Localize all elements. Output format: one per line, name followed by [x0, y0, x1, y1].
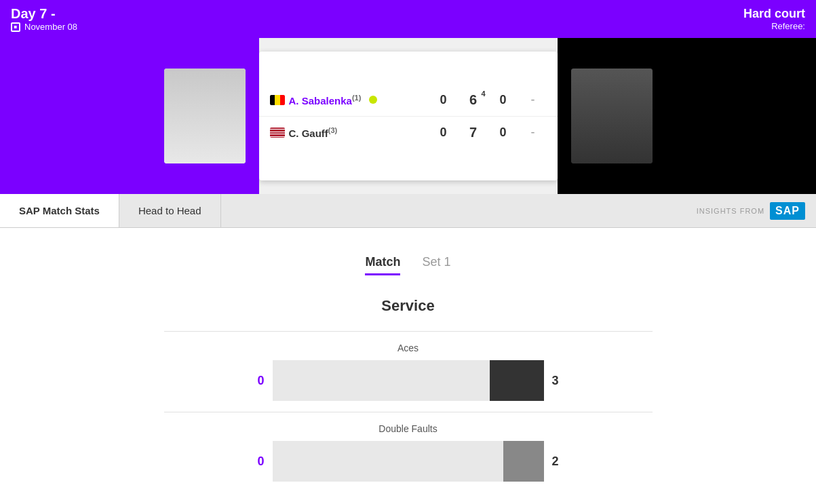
player1-game2: 0	[490, 93, 517, 107]
tab-match[interactable]: Match	[365, 255, 400, 275]
player-right-silhouette	[571, 69, 653, 163]
stats-section: Service Aces 0 3 Double Faults 0	[137, 297, 680, 482]
player1-dash: -	[520, 93, 547, 107]
player1-game1: 0	[430, 93, 457, 107]
aces-bar-left	[273, 360, 490, 401]
player-right-photo	[571, 69, 653, 163]
df-bar	[273, 441, 544, 482]
player2-flag	[270, 128, 285, 138]
df-bar-left	[273, 441, 503, 482]
double-faults-stat: Double Faults 0 2	[164, 423, 653, 482]
day-title: Day 7 -	[11, 6, 77, 22]
player-left-silhouette	[164, 69, 246, 163]
player1-initial: A.	[289, 95, 299, 106]
header-left: Day 7 - ■ November 08	[11, 6, 77, 32]
player1-seed: (1)	[352, 94, 361, 102]
aces-bar-row: 0 3	[164, 360, 653, 401]
df-right-value: 2	[552, 454, 579, 469]
player1-set1: 64	[460, 92, 487, 108]
score-card: A. Sabalenka(1) 0 64 0 - C. Gauff(3)	[259, 52, 558, 180]
player2-set1: 7	[460, 125, 487, 140]
calendar-icon: ■	[11, 22, 20, 32]
aces-bar	[273, 360, 544, 401]
player2-lastname: Gauff	[302, 128, 328, 139]
player2-game1: 0	[430, 125, 457, 140]
header-date: November 08	[24, 22, 77, 32]
sap-logo-area: INSIGHTS FROM SAP	[697, 194, 816, 227]
aces-bar-right	[490, 360, 544, 401]
aces-label: Aces	[164, 343, 653, 353]
df-divider	[164, 412, 653, 412]
main-content: Match Set 1 Service Aces 0 3	[0, 228, 816, 504]
player2-scores: 0 7 0 -	[430, 125, 547, 140]
player1-row: A. Sabalenka(1) 0 64 0 -	[259, 84, 558, 117]
date-row: ■ November 08	[11, 22, 77, 32]
header-right: Hard court Referee:	[743, 7, 805, 31]
tab-sap-match-stats[interactable]: SAP Match Stats	[0, 194, 119, 227]
player-left-background	[0, 38, 259, 194]
insights-label: INSIGHTS FROM	[697, 207, 764, 215]
header: Day 7 - ■ November 08 Hard court Referee…	[0, 0, 816, 38]
df-bar-container	[273, 441, 544, 482]
match-area: A. Sabalenka(1) 0 64 0 - C. Gauff(3)	[0, 38, 816, 194]
aces-left-value: 0	[237, 374, 265, 388]
df-label: Double Faults	[164, 423, 653, 434]
match-tabs: Match Set 1	[0, 241, 816, 275]
court-type: Hard court	[743, 7, 805, 21]
referee-label: Referee:	[743, 21, 805, 31]
player1-name-area: A. Sabalenka(1)	[270, 94, 430, 106]
player2-name: C. Gauff(3)	[289, 126, 338, 139]
player2-game2: 0	[490, 125, 517, 140]
tabs-nav: SAP Match Stats Head to Head INSIGHTS FR…	[0, 194, 816, 228]
player2-seed: (3)	[328, 126, 337, 134]
player2-name-area: C. Gauff(3)	[270, 126, 430, 139]
player2-dash: -	[520, 125, 547, 140]
aces-stat: Aces 0 3	[164, 343, 653, 401]
tab-head-to-head[interactable]: Head to Head	[119, 194, 221, 227]
df-bar-right	[503, 441, 544, 482]
player1-scores: 0 64 0 -	[430, 92, 547, 108]
df-left-value: 0	[237, 454, 265, 469]
serving-indicator	[369, 96, 377, 104]
player2-initial: C.	[289, 128, 299, 139]
aces-divider	[164, 331, 653, 332]
aces-bar-container	[273, 360, 544, 401]
player1-flag	[270, 95, 285, 105]
player1-name: A. Sabalenka(1)	[289, 94, 362, 106]
sap-logo: SAP	[770, 202, 805, 220]
player2-row: C. Gauff(3) 0 7 0 -	[259, 117, 558, 149]
player-right-background	[558, 38, 817, 194]
player1-lastname: Sabalenka	[302, 95, 352, 106]
aces-right-value: 3	[552, 374, 579, 388]
tab-set1[interactable]: Set 1	[422, 255, 450, 275]
service-title: Service	[164, 297, 653, 315]
player-left-photo	[164, 69, 246, 163]
df-bar-row: 0 2	[164, 441, 653, 482]
